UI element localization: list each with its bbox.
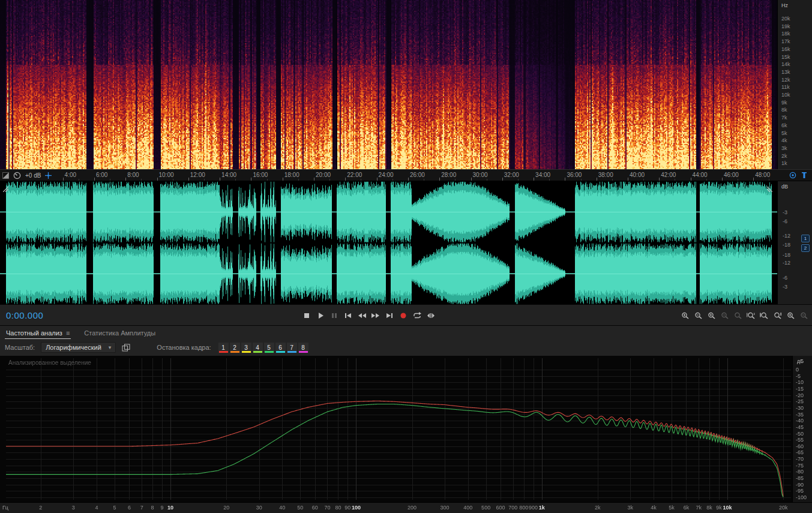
zoom-out-button[interactable] xyxy=(691,309,704,322)
timeline-time-label: 32:00 xyxy=(504,172,519,178)
timeline-time-label: 44:00 xyxy=(693,172,708,178)
frame-hold-4-button[interactable]: 4 xyxy=(253,343,263,353)
zoom-in-button[interactable] xyxy=(678,309,691,322)
panel-grip-icon[interactable] xyxy=(767,184,772,194)
skip-selection-button[interactable] xyxy=(424,309,437,322)
frequency-tick-label: 3k xyxy=(781,145,787,151)
playhead-crosshair-icon[interactable] xyxy=(45,172,52,179)
tab-frequency-analysis[interactable]: Частотный анализ ≡ xyxy=(5,328,71,339)
fast-forward-button[interactable] xyxy=(369,309,382,322)
frequency-tick-label: 9k xyxy=(781,100,787,106)
hold-label: Остановка кадра: xyxy=(157,344,211,351)
frame-hold-7-button[interactable]: 7 xyxy=(287,343,297,353)
frequency-chart-canvas[interactable] xyxy=(0,356,812,513)
zoom-out-time-button[interactable] xyxy=(718,309,730,322)
auto-scroll-icon[interactable] xyxy=(789,172,796,179)
play-button[interactable] xyxy=(314,309,326,322)
level-meter-icon[interactable] xyxy=(801,172,807,179)
frequency-tick-label: 20k xyxy=(781,16,790,22)
scale-select[interactable]: Логарифмический ▾ xyxy=(41,342,116,353)
hold-color-swatch xyxy=(242,351,251,353)
frequency-tick-label: 7k xyxy=(781,115,787,121)
timeline-time-label: 16:00 xyxy=(253,172,268,178)
frame-hold-8-button[interactable]: 8 xyxy=(298,343,308,353)
channel-1-button[interactable]: 1 xyxy=(801,235,810,242)
frequency-tick-label: 10k xyxy=(781,92,790,98)
zoom-selection-out-point-button[interactable] xyxy=(771,309,783,322)
rewind-button[interactable] xyxy=(355,309,368,322)
zoom-in-time-button[interactable] xyxy=(705,309,717,322)
gain-knob-icon[interactable] xyxy=(13,172,21,179)
loop-playback-button[interactable] xyxy=(411,309,423,322)
waveform-display[interactable] xyxy=(0,181,777,304)
tab-amplitude-statistics[interactable]: Статистика Амплитуды xyxy=(83,328,157,339)
frame-hold-6-button[interactable]: 6 xyxy=(275,343,286,353)
amplitude-tick-label: -12 xyxy=(783,233,790,239)
amplitude-ruler[interactable]: dB -3-6-12-18-18-12-6-3 12 xyxy=(777,181,812,304)
display-mode-icon[interactable] xyxy=(2,172,9,179)
frequency-tick-label: 4k xyxy=(781,137,787,143)
channel-2-button[interactable]: 2 xyxy=(801,244,810,252)
hold-color-swatch xyxy=(299,351,308,353)
timeline-time-label: 42:00 xyxy=(661,172,676,178)
timeline-tick xyxy=(94,178,95,181)
analysis-tabs: Частотный анализ ≡ Статистика Амплитуды xyxy=(0,326,812,339)
amplitude-unit-label: dB xyxy=(781,184,788,190)
amplitude-tick-label: -18 xyxy=(783,242,790,248)
frame-hold-1-button[interactable]: 1 xyxy=(218,343,229,353)
timeline-time-label: 38:00 xyxy=(598,172,613,178)
frequency-tick-label: 18k xyxy=(781,31,790,37)
timeline-tick xyxy=(157,178,158,181)
panel-grip-icon[interactable] xyxy=(3,184,8,194)
zoom-in-amplitude-button[interactable] xyxy=(784,309,796,322)
amplitude-tick-label: -3 xyxy=(783,284,787,290)
frame-hold-2-button[interactable]: 2 xyxy=(230,343,240,353)
zoom-selection-in-point-button[interactable] xyxy=(757,309,770,322)
timeline-tick xyxy=(188,178,189,181)
zoom-out-amplitude-button[interactable] xyxy=(797,309,810,322)
pause-button[interactable] xyxy=(328,309,340,322)
tab-label: Статистика Амплитуды xyxy=(84,329,155,337)
timeline-tick xyxy=(235,179,236,181)
timeline-tick xyxy=(502,178,503,181)
frame-hold-3-button[interactable]: 3 xyxy=(241,343,251,353)
timeline-time-label: 46:00 xyxy=(724,172,739,178)
timeline-tick xyxy=(675,179,675,181)
amplitude-tick-label: -3 xyxy=(783,209,787,215)
copy-graph-icon[interactable] xyxy=(122,344,130,352)
panel-menu-icon[interactable]: ≡ xyxy=(66,329,70,337)
timeline-time-label: 34:00 xyxy=(535,172,550,178)
timeline-tick xyxy=(518,179,519,181)
timeline-tick xyxy=(424,179,424,181)
record-button[interactable] xyxy=(397,309,409,322)
timeline-time-label: 26:00 xyxy=(410,172,425,178)
spectrogram-display[interactable] xyxy=(0,0,777,169)
amplitude-tick-label: -18 xyxy=(783,252,790,258)
hold-color-swatch xyxy=(276,351,285,353)
skip-to-end-button[interactable] xyxy=(383,309,395,322)
frequency-unit-label: Hz xyxy=(781,2,788,8)
frequency-tick-label: 19k xyxy=(781,23,790,29)
timeline-ruler[interactable]: 4:006:008:0010:0012:0014:0016:0018:0020:… xyxy=(0,169,812,181)
stop-button[interactable] xyxy=(300,309,313,322)
zoom-full-button[interactable] xyxy=(731,309,744,322)
playback-time-display[interactable]: 0:00.000 xyxy=(6,310,43,320)
frame-hold-5-button[interactable]: 5 xyxy=(264,343,274,353)
timeline-tick xyxy=(738,179,738,181)
timeline-tick xyxy=(581,179,582,181)
spectrogram-panel: Hz 20k19k18k17k16k15k14k13k12k11k10k9k8k… xyxy=(0,0,812,169)
timeline-tick xyxy=(63,178,64,181)
timeline-tick xyxy=(329,179,330,181)
zoom-to-selection-button[interactable] xyxy=(744,309,757,322)
timeline-tick xyxy=(549,179,550,181)
timeline-left-controls: +0 dB xyxy=(0,170,58,181)
frequency-ruler[interactable]: Hz 20k19k18k17k16k15k14k13k12k11k10k9k8k… xyxy=(777,0,812,169)
timeline-time-label: 10:00 xyxy=(159,172,174,178)
frequency-tick-label: 6k xyxy=(781,122,787,128)
skip-to-start-button[interactable] xyxy=(341,309,354,322)
timeline-tick xyxy=(455,179,456,181)
gain-value-label: +0 dB xyxy=(25,172,41,179)
timeline-tick xyxy=(534,178,534,181)
timeline-time-label: 18:00 xyxy=(284,172,299,178)
transport-bar: 0:00.000 xyxy=(0,304,812,326)
